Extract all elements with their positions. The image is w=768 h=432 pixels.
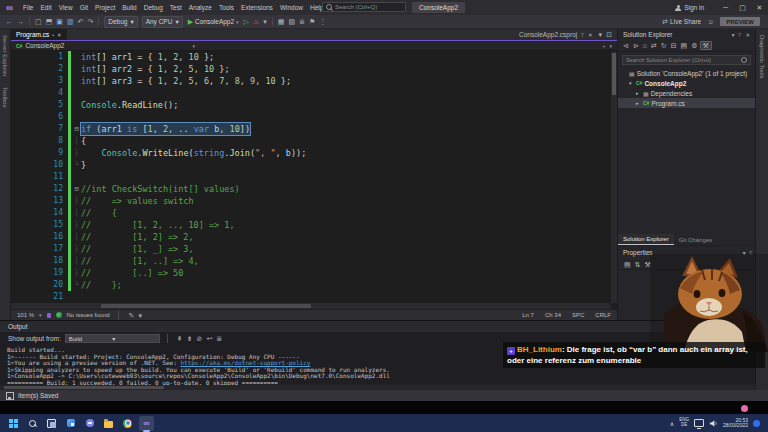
run-without-debug-icon[interactable]: ▷ — [242, 18, 251, 25]
messages-list-icon[interactable]: ≣ — [214, 335, 224, 342]
chevron-down-icon[interactable]: ▾ — [261, 18, 269, 25]
scrollbar-thumb[interactable] — [101, 304, 311, 308]
tab-git-changes[interactable]: Git Changes — [674, 235, 717, 245]
chevron-down-icon[interactable]: ▾ — [192, 43, 195, 49]
redo-icon[interactable]: ↷ — [85, 18, 95, 25]
maximize-button[interactable]: ▢ — [734, 0, 751, 15]
output-source-dropdown[interactable]: Build ▾ — [65, 334, 160, 343]
bookmark-icon[interactable]: ⚑ — [307, 18, 317, 25]
code-line-20[interactable]: 20└// }; — [11, 279, 605, 291]
open-file-icon[interactable]: ⬒ — [44, 18, 55, 25]
float-tab-icon[interactable]: ⊡ — [604, 31, 614, 38]
previous-message-icon[interactable]: ⇞ — [175, 335, 185, 342]
document-health-icon[interactable] — [47, 313, 51, 318]
toolbox-tab[interactable]: Toolbox — [0, 83, 10, 112]
collapse-region-icon[interactable]: ⊟ — [72, 123, 81, 135]
health-status[interactable]: No issues found — [67, 312, 110, 318]
navigation-breadcrumb[interactable]: C# ConsoleApp2 ▾ + ▾ — [11, 41, 617, 51]
expander-icon[interactable]: ▾ — [629, 80, 634, 86]
code-line-21[interactable]: 21 — [11, 291, 605, 303]
refresh-icon[interactable]: ↻ — [659, 42, 669, 49]
code-text-area[interactable]: 1int[] arr1 = { 1, 2, 10 };2int[] arr2 =… — [11, 51, 605, 303]
start-button[interactable] — [6, 416, 21, 431]
configuration-dropdown[interactable]: Debug ▾ — [104, 16, 137, 28]
language-indicator[interactable]: ENG DE — [679, 418, 689, 428]
navigate-forward-icon[interactable]: ⊳ — [631, 42, 641, 49]
code-line-11[interactable]: 11 — [11, 171, 605, 183]
next-message-icon[interactable]: ⇟ — [185, 335, 195, 342]
volume-icon[interactable] — [709, 419, 718, 428]
hot-reload-icon[interactable]: ♨ — [251, 18, 261, 25]
code-line-17[interactable]: 17│// [1, _] => 3, — [11, 243, 605, 255]
tree-item-solution-consoleapp2-1-of-1-project[interactable]: ▤Solution 'ConsoleApp2' (1 of 1 project) — [618, 68, 755, 78]
code-line-15[interactable]: 15│// [1, 2, .., 10] => 1, — [11, 219, 605, 231]
menu-window[interactable]: Window — [277, 2, 306, 13]
tree-item-dependencies[interactable]: ▸▦Dependencies — [618, 88, 755, 98]
properties-icon[interactable]: ⚙ — [689, 42, 699, 49]
chevron-down-icon[interactable]: ▾ — [39, 312, 42, 318]
tab-solution-explorer[interactable]: Solution Explorer — [618, 234, 674, 245]
show-all-files-icon[interactable]: ▤ — [679, 42, 690, 49]
word-wrap-icon[interactable]: ↩ — [204, 335, 214, 342]
platform-dropdown[interactable]: Any CPU ▾ — [142, 16, 183, 28]
file-explorer-button[interactable] — [101, 416, 116, 431]
menu-file[interactable]: File — [20, 2, 36, 13]
scrollbar-thumb[interactable] — [612, 53, 616, 95]
zoom-level[interactable]: 101 % — [17, 312, 34, 318]
menu-edit[interactable]: Edit — [37, 2, 54, 13]
menu-tools[interactable]: Tools — [216, 2, 237, 13]
network-icon[interactable] — [694, 419, 704, 427]
code-line-10[interactable]: 10└} — [11, 159, 605, 171]
live-share-button[interactable]: ⇄ Live Share — [662, 18, 701, 26]
teams-chat-button[interactable] — [82, 416, 97, 431]
menu-view[interactable]: View — [56, 2, 76, 13]
pin-icon[interactable]: ⊤ — [580, 32, 585, 38]
feedback-icon[interactable]: ☺ — [705, 18, 716, 25]
start-debugging-button[interactable]: ▶ ConsoleApp2 ▾ — [188, 18, 239, 26]
expander-icon[interactable]: ▸ — [636, 90, 641, 96]
code-line-2[interactable]: 2int[] arr2 = { 1, 2, 5, 10 }; — [11, 63, 605, 75]
navigate-back-icon[interactable]: ⊲ — [621, 42, 631, 49]
switch-views-icon[interactable]: ⇄ — [649, 42, 659, 49]
wrench-icon[interactable]: ⚒ — [700, 41, 712, 50]
minimize-button[interactable]: ─ — [717, 0, 734, 15]
code-line-6[interactable]: 6 — [11, 111, 605, 123]
new-project-icon[interactable]: ▢ — [33, 18, 44, 25]
code-line-14[interactable]: 14│// { — [11, 207, 605, 219]
tree-item-program-cs[interactable]: ▸C#Program.cs — [618, 98, 755, 108]
menu-analyze[interactable]: Analyze — [186, 2, 215, 13]
code-line-4[interactable]: 4 — [11, 87, 605, 99]
code-line-16[interactable]: 16│// [1, 2] => 2, — [11, 231, 605, 243]
sign-in-button[interactable]: Sign in — [675, 0, 704, 15]
save-icon[interactable]: ▣ — [54, 18, 65, 25]
chrome-button[interactable] — [120, 416, 135, 431]
code-line-19[interactable]: 19│// [..] => 50 — [11, 267, 605, 279]
menu-project[interactable]: Project — [92, 2, 118, 13]
task-view-button[interactable] — [44, 416, 59, 431]
code-line-9[interactable]: 9│ Console.WriteLine(string.Join(", ", b… — [11, 147, 605, 159]
find-in-files-icon[interactable]: ▧ — [286, 18, 297, 25]
code-line-5[interactable]: 5Console.ReadLine(); — [11, 99, 605, 111]
code-line-3[interactable]: 3int[] arr3 = { 1, 2, 5, 6, 7, 8, 9, 10 … — [11, 75, 605, 87]
tree-item-consoleapp2[interactable]: ▾C#ConsoleApp2 — [618, 78, 755, 88]
menu-test[interactable]: Test — [167, 2, 185, 13]
code-line-7[interactable]: 7⊟if (arr1 is [1, 2, .. var b, 10]) — [11, 123, 605, 135]
menu-build[interactable]: Build — [119, 2, 139, 13]
diagnostic-tools-tab[interactable]: Diagnostic Tools — [757, 31, 767, 83]
close-tab-icon[interactable]: ✕ — [57, 32, 62, 38]
pencil-icon[interactable]: ✎ — [127, 312, 137, 319]
code-line-12[interactable]: 12⊟//int CheckSwitch(int[] values) — [11, 183, 605, 195]
expander-icon[interactable]: ▸ — [636, 100, 641, 106]
collapse-region-icon[interactable]: ⊟ — [72, 183, 81, 195]
collapse-all-icon[interactable]: ⊟ — [669, 42, 679, 49]
alphabetical-sort-icon[interactable]: ⇅ — [633, 261, 643, 268]
tab-list-icon[interactable]: ▾ — [597, 31, 605, 38]
undo-icon[interactable]: ↶ — [76, 18, 86, 25]
server-explorer-tab[interactable]: Server Explorer — [0, 31, 10, 81]
navigate-forward-icon[interactable]: → — [15, 18, 26, 25]
code-line-13[interactable]: 13│// => values switch — [11, 195, 605, 207]
quick-search-input[interactable]: Search (Ctrl+Q) — [322, 2, 406, 12]
menu-git[interactable]: Git — [77, 2, 91, 13]
command-window-icon[interactable]: ≣ — [297, 18, 307, 25]
chevron-down-icon[interactable]: ▾ — [732, 32, 735, 38]
